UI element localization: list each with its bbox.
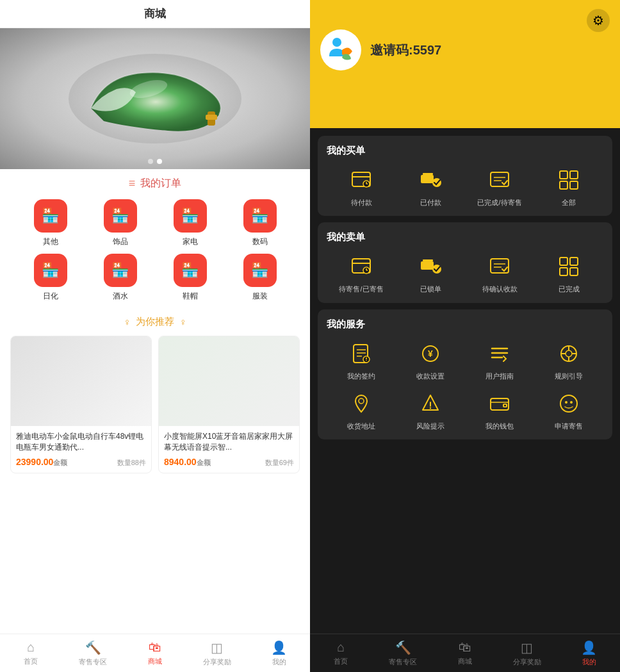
svg-text:¥: ¥ xyxy=(428,348,433,359)
service-item-payment-setting[interactable]: ¥ 收款设置 xyxy=(396,340,465,381)
buy-label-completed-pending: 已完成/待寄售 xyxy=(477,198,521,207)
right-nav-shop-label: 商城 xyxy=(458,657,472,666)
service-item-wallet[interactable]: 我的钱包 xyxy=(465,389,534,430)
right-nav-shop[interactable]: 🛍 商城 xyxy=(434,636,496,670)
service-item-contract[interactable]: 我的签约 xyxy=(327,340,396,381)
category-item-2[interactable]: 🏪 家电 xyxy=(155,199,225,247)
right-nav-share-icon: ◫ xyxy=(521,640,533,655)
service-label-payment-setting: 收款设置 xyxy=(416,372,445,381)
buy-item-pending-payment[interactable]: 待付款 xyxy=(327,166,396,207)
pending-payment-svg xyxy=(350,168,373,192)
category-item-7[interactable]: 🏪 服装 xyxy=(225,254,295,302)
settings-button[interactable]: ⚙ xyxy=(587,9,610,32)
product-img-0 xyxy=(11,336,151,426)
address-svg xyxy=(350,392,373,415)
buy-icon-paid xyxy=(416,166,445,194)
sell-label-confirm-payment: 待确认收款 xyxy=(482,284,518,293)
left-nav-shop-label: 商城 xyxy=(148,657,162,666)
cat-label-4: 日化 xyxy=(43,291,58,302)
service-icon-rules xyxy=(555,340,583,368)
left-nav-mine-icon: 👤 xyxy=(271,640,287,655)
recommend-suffix-icon: ♀ xyxy=(179,316,186,327)
service-icon-apply-consign xyxy=(555,389,583,418)
left-nav-home-label: 首页 xyxy=(24,657,38,666)
buy-item-all[interactable]: 全部 xyxy=(534,166,603,207)
product-card-0[interactable]: 雅迪电动车小金鼠电动自行车48v锂电电瓶车男女通勤代... 23990.00金额… xyxy=(10,336,152,473)
buy-item-paid[interactable]: 已付款 xyxy=(396,166,465,207)
product-count-1: 数量69件 xyxy=(265,458,294,468)
product-price-row-1: 8940.00金额 数量69件 xyxy=(164,457,294,468)
cat-label-0: 其他 xyxy=(43,236,58,247)
category-item-4[interactable]: 🏪 日化 xyxy=(15,254,85,302)
service-icon-row-1: 我的签约 ¥ 收款设置 xyxy=(327,340,603,381)
buy-item-completed-pending[interactable]: 已完成/待寄售 xyxy=(465,166,534,207)
svg-point-59 xyxy=(504,404,506,406)
service-item-risk[interactable]: 风险提示 xyxy=(396,389,465,430)
service-item-address[interactable]: 收货地址 xyxy=(327,389,396,430)
recommend-grid: 雅迪电动车小金鼠电动自行车48v锂电电瓶车男女通勤代... 23990.00金额… xyxy=(10,336,300,473)
service-item-apply-consign[interactable]: 申请寄售 xyxy=(534,389,603,430)
cat-icon-7: 🏪 xyxy=(243,254,277,287)
cat-label-5: 酒水 xyxy=(113,291,128,302)
svg-point-61 xyxy=(565,401,567,404)
completed-pending-svg xyxy=(488,168,511,192)
right-nav-home[interactable]: ⌂ 首页 xyxy=(310,636,372,670)
category-grid: 🏪 其他 🏪 饰品 🏪 家电 🏪 数码 🏪 日化 🏪 酒水 xyxy=(10,199,300,302)
service-item-user-guide[interactable]: 用户指南 xyxy=(465,340,534,381)
svg-rect-28 xyxy=(423,259,433,261)
service-item-rules[interactable]: 规则引导 xyxy=(534,340,603,381)
svg-rect-18 xyxy=(570,171,578,179)
left-nav-mine-label: 我的 xyxy=(272,657,286,667)
svg-rect-29 xyxy=(491,259,509,273)
left-nav-share[interactable]: ◫ 分享奖励 xyxy=(186,636,248,671)
category-item-6[interactable]: 🏪 鞋帽 xyxy=(155,254,225,302)
left-nav-home[interactable]: ⌂ 首页 xyxy=(0,636,62,670)
logo-svg xyxy=(323,32,359,68)
category-item-3[interactable]: 🏪 数码 xyxy=(225,199,295,247)
right-nav-mine[interactable]: 👤 我的 xyxy=(558,636,620,671)
paid-svg xyxy=(419,168,442,192)
right-nav-share[interactable]: ◫ 分享奖励 xyxy=(496,636,558,671)
svg-point-49 xyxy=(566,350,572,357)
left-nav-shop[interactable]: 🛍 商城 xyxy=(124,636,186,670)
sell-item-completed[interactable]: 已完成 xyxy=(534,252,603,293)
service-section-title: 我的服务 xyxy=(327,318,603,331)
svg-point-54 xyxy=(359,398,364,404)
left-header: 商城 xyxy=(0,0,310,28)
sell-icon-row: 待寄售/已寄售 已锁单 xyxy=(327,252,603,293)
sell-item-pending-consign[interactable]: 待寄售/已寄售 xyxy=(327,252,396,293)
locked-svg xyxy=(419,255,442,278)
right-header-area: ⚙ 邀请码:5597 xyxy=(310,0,620,128)
buy-icon-pending-payment xyxy=(347,166,375,194)
recommend-prefix-icon: ♀ xyxy=(124,316,131,327)
buy-section-card: 我的买单 待付款 xyxy=(318,136,612,216)
category-item-5[interactable]: 🏪 酒水 xyxy=(85,254,155,302)
jade-svg xyxy=(65,51,245,147)
all-svg xyxy=(557,168,580,192)
cat-icon-6: 🏪 xyxy=(174,254,207,287)
sell-label-locked: 已锁单 xyxy=(420,284,441,293)
left-nav-consign[interactable]: 🔨 寄售专区 xyxy=(62,636,124,671)
product-name-0: 雅迪电动车小金鼠电动自行车48v锂电电瓶车男女通勤代... xyxy=(16,431,146,453)
sell-item-confirm-payment[interactable]: 待确认收款 xyxy=(465,252,534,293)
sell-pending-svg xyxy=(350,255,373,278)
right-nav-home-label: 首页 xyxy=(334,657,348,666)
category-item-1[interactable]: 🏪 饰品 xyxy=(85,199,155,247)
service-icon-contract xyxy=(347,340,375,368)
sell-item-locked[interactable]: 已锁单 xyxy=(396,252,465,293)
category-item-0[interactable]: 🏪 其他 xyxy=(15,199,85,247)
order-list-icon: ≡ xyxy=(129,177,136,190)
banner-image xyxy=(0,28,310,169)
product-unit-0: 金额 xyxy=(53,459,67,466)
svg-point-5 xyxy=(332,38,341,47)
product-card-1[interactable]: 小度智能屏X10蓝牙音箱居家家用大屏幕无线语音提示智... 8940.00金额 … xyxy=(158,336,300,473)
service-icon-payment-setting: ¥ xyxy=(416,340,445,368)
contract-svg xyxy=(350,342,373,365)
order-section: ≡ 我的订单 🏪 其他 🏪 饰品 🏪 家电 🏪 数码 🏪 xyxy=(0,169,310,307)
left-nav-mine[interactable]: 👤 我的 xyxy=(248,636,310,671)
cat-label-1: 饰品 xyxy=(113,236,128,247)
buy-section-title: 我的买单 xyxy=(327,145,603,157)
service-label-risk: 风险提示 xyxy=(416,422,445,430)
right-nav-consign[interactable]: 🔨 寄售专区 xyxy=(372,636,434,671)
cat-label-7: 服装 xyxy=(252,291,268,302)
